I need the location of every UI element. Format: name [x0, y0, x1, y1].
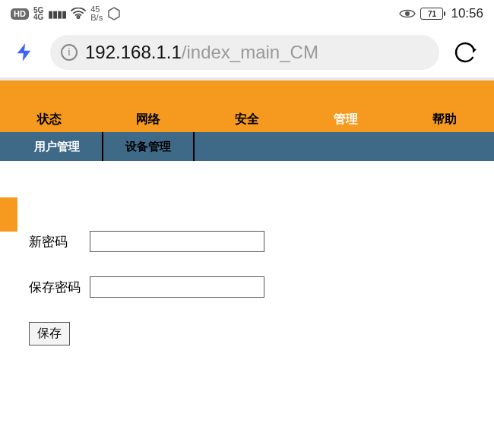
svg-marker-3 [473, 48, 477, 53]
subnav-user-mgmt[interactable]: 用户管理 [12, 132, 103, 161]
bytes-unit: B/s [90, 14, 103, 22]
row-confirm-password: 保存密码 [29, 276, 476, 298]
network-4g: 4G [33, 14, 43, 21]
label-confirm-password: 保存密码 [29, 279, 82, 296]
url-path: /index_main_CM [182, 42, 318, 62]
svg-marker-0 [109, 8, 119, 20]
battery-indicator: 71 [420, 8, 443, 20]
status-left-cluster: HD 5G 4G ▮▮▮▮ 45 B/s [11, 5, 121, 22]
phone-status-bar: HD 5G 4G ▮▮▮▮ 45 B/s 71 10:56 [0, 0, 494, 27]
signal-icon: ▮▮▮▮ [48, 8, 66, 20]
input-new-password[interactable] [90, 231, 264, 252]
clock: 10:56 [451, 6, 483, 21]
main-nav: 状态 网络 安全 管理 帮助 [0, 106, 494, 132]
url-text: 192.168.1.1/index_main_CM [85, 42, 318, 63]
input-confirm-password[interactable] [90, 276, 264, 298]
hd-badge: HD [11, 8, 29, 20]
nav-network[interactable]: 网络 [99, 106, 198, 132]
browser-url-bar: i 192.168.1.1/index_main_CM [0, 27, 494, 77]
password-form: 新密码 保存密码 保存 [0, 161, 494, 345]
hex-icon [107, 7, 121, 21]
nav-security[interactable]: 安全 [198, 106, 296, 132]
wifi-icon [71, 8, 86, 20]
network-type: 5G 4G [33, 7, 43, 21]
label-new-password: 新密码 [29, 233, 82, 251]
address-field[interactable]: i 192.168.1.1/index_main_CM [50, 35, 439, 70]
save-button[interactable]: 保存 [29, 322, 70, 345]
sub-nav: 用户管理 设备管理 [0, 132, 494, 161]
svg-point-2 [453, 40, 477, 65]
row-new-password: 新密码 [29, 231, 476, 252]
svg-point-1 [405, 11, 410, 16]
quick-action-button[interactable] [6, 34, 43, 71]
reload-button[interactable] [447, 40, 483, 65]
battery-percent: 71 [428, 10, 436, 18]
status-right-cluster: 71 10:56 [399, 6, 483, 21]
nav-help[interactable]: 帮助 [395, 106, 494, 132]
site-info-icon[interactable]: i [61, 44, 78, 61]
eye-icon [399, 8, 416, 19]
nav-manage[interactable]: 管理 [296, 106, 395, 132]
header-accent [0, 77, 494, 106]
nav-status[interactable]: 状态 [0, 106, 99, 132]
bytes-counter: 45 B/s [90, 5, 103, 22]
side-accent [0, 197, 17, 232]
subnav-device-mgmt[interactable]: 设备管理 [103, 132, 195, 161]
url-host: 192.168.1.1 [85, 42, 182, 62]
